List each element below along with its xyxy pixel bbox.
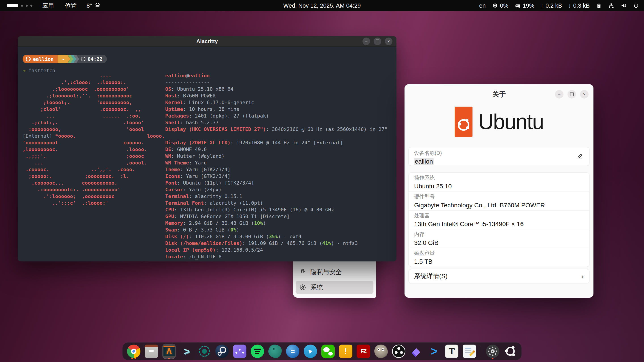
device-name-card[interactable]: 设备名称(D) eallion <box>408 147 590 166</box>
maximize-button[interactable] <box>374 37 381 45</box>
net-upload-indicator[interactable]: ↑ 0.2 kB <box>541 2 562 9</box>
detail-value: Gigabyte Technology Co., Ltd. B760M POWE… <box>414 202 584 209</box>
detail-label: 操作系统 <box>414 174 584 181</box>
maximize-button[interactable] <box>568 90 576 98</box>
terminal-line: WM: Mutter (Wayland) <box>165 153 387 160</box>
workspace-dot <box>21 5 23 7</box>
dock-item-alacritty[interactable]: Λ <box>162 343 176 359</box>
terminal-line: ... ,ooool. <box>22 160 165 166</box>
terminal-line: ;ooooo:. ;oooooooc. :l. <box>22 173 165 180</box>
detail-label: 内存 <box>414 231 584 238</box>
net-download-indicator[interactable]: ↓ 0.3 kB <box>568 2 590 9</box>
dock-item-steam[interactable] <box>215 343 229 359</box>
edit-pencil-icon[interactable] <box>577 153 584 160</box>
terminal-line: WM Theme: Yaru <box>165 160 387 166</box>
dock-item-telegram[interactable]: ► <box>303 343 318 359</box>
dock-item-dashed-circle-app[interactable] <box>197 343 212 359</box>
terminal-line <box>165 133 387 139</box>
memory-indicator[interactable]: 19% <box>515 2 534 9</box>
download-rate-label: 0.3 kB <box>573 2 590 9</box>
minimize-button[interactable]: – <box>555 90 564 98</box>
menu-applications[interactable]: 应用 <box>41 1 55 10</box>
terminal-line: CPU: 13th Gen Intel(R) Core(TM) i5-13490… <box>165 206 387 213</box>
dock-item-google-chrome[interactable] <box>126 343 141 359</box>
sidebar-item-privacy[interactable]: 隐私与安全 <box>296 266 374 279</box>
dock-item-files[interactable] <box>144 343 158 359</box>
terminal-line: Memory: 2.94 GiB / 30.43 GiB (10%) <box>165 220 387 227</box>
dock-item-dino-app[interactable] <box>268 343 282 359</box>
shell-prompt: eallion ~ 04:22 <box>22 55 107 63</box>
close-button[interactable]: × <box>385 37 392 45</box>
google-chrome-icon <box>127 345 140 358</box>
volume-indicator[interactable] <box>620 2 627 9</box>
about-detail-row: 处理器13th Gen Intel® Core™ i5-13490F × 16 <box>409 210 589 229</box>
dock-item-spotify[interactable] <box>250 343 264 359</box>
dock-item-show-apps[interactable] <box>503 343 518 359</box>
terminal-line: Icons: Yaru [GTK2/3/4] <box>165 173 387 180</box>
dock-item-obs-studio[interactable] <box>392 343 406 359</box>
prompt-time-segment: 04:22 <box>77 55 107 63</box>
terminal-line: Disk (/): 110.28 GiB / 318.00 GiB (35%) … <box>165 233 387 240</box>
dock-item-thunderbird[interactable]: ≈ <box>286 343 300 359</box>
system-details-row[interactable]: 系统详情(S) › <box>408 269 590 283</box>
dock-item-flatpak-app[interactable]: ▼ <box>232 343 247 359</box>
settings-icon <box>486 345 499 358</box>
dino-app-icon <box>268 345 282 358</box>
activities-indicator[interactable] <box>7 4 32 7</box>
terminal-titlebar[interactable]: Alacritty – × <box>18 36 396 47</box>
network-indicator[interactable] <box>608 3 614 9</box>
terminal-line: Shell: bash 5.2.37 <box>165 119 387 126</box>
terminal-line: Display (ZOWIE XL LCD): 1920x1080 @ 144 … <box>165 139 387 146</box>
terminal-line: GPU: NVIDIA GeForce GTX 1050 Ti [Discret… <box>165 213 387 220</box>
cpu-indicator[interactable]: 0% <box>492 2 508 9</box>
dock-item-text-editor[interactable] <box>462 343 476 359</box>
terminal-line: ,looooooooc. .loooo. <box>22 146 165 153</box>
clipboard-indicator[interactable] <box>596 3 602 9</box>
keyboard-layout-indicator[interactable]: en <box>479 2 486 9</box>
circle-of-friends-icon <box>458 119 469 131</box>
cpu-icon <box>492 3 498 9</box>
icon-glyph: ▼ <box>238 348 242 352</box>
arrow-app-icon: > <box>180 345 194 358</box>
dock-item-vscode[interactable]: > <box>427 343 441 359</box>
menu-places[interactable]: 位置 <box>64 1 78 10</box>
prompt-user-segment: eallion <box>22 55 58 63</box>
terminal-line: Font: Ubuntu (11pt) [GTK2/3/4] <box>165 180 387 186</box>
terminal-line: .;looooool:,''. :ooooooooooc <box>22 92 165 99</box>
terminal-line: Display (HKC OVERSEAS LIMITED 27"): 3840… <box>165 126 387 133</box>
terminal-line: Packages: 2401 (dpkg), 27 (flatpak) <box>165 113 387 119</box>
running-indicator <box>492 358 494 359</box>
dock-item-filezilla[interactable]: FZ <box>356 343 370 359</box>
weather-indicator[interactable]: 8° <box>86 2 100 9</box>
about-titlebar[interactable]: 关于 – × <box>404 84 594 104</box>
dock-item-obsidian[interactable]: ◆ <box>409 343 424 359</box>
dock-item-notes-app[interactable]: ! <box>338 343 353 359</box>
terminal-line: Theme: Yaru [GTK2/3/4] <box>165 166 387 173</box>
power-indicator[interactable] <box>633 3 639 9</box>
dock-item-settings[interactable] <box>486 343 500 359</box>
clock[interactable]: Wed, Nov 12, 2025. AM 04:29 <box>283 2 361 9</box>
dock-item-wechat[interactable] <box>321 343 335 359</box>
dock-item-gimp[interactable] <box>374 343 388 359</box>
sidebar-item-label: 隐私与安全 <box>310 268 342 276</box>
speaker-icon <box>620 2 627 9</box>
workspace-dot <box>30 5 32 7</box>
system-details-label: 系统详情(S) <box>414 272 448 281</box>
terminal-line: ;clool' .cooooooc. ,, <box>22 106 165 113</box>
typora-icon: T <box>445 345 458 358</box>
close-button[interactable]: × <box>580 90 588 98</box>
hand-icon <box>300 268 306 276</box>
sidebar-item-system[interactable]: 系统 <box>296 281 374 294</box>
device-name-label: 设备名称(D) <box>414 150 584 157</box>
upload-arrow-icon: ↑ <box>541 2 544 9</box>
memory-icon <box>515 3 521 9</box>
fastfetch-output: .... .',:clooo: .:looooo:. .;looooooooc … <box>22 72 396 261</box>
terminal-line: eallion@eallion <box>165 72 387 79</box>
terminal-body[interactable]: eallion ~ 04:22 → fastfetch .... <box>18 47 396 261</box>
minimize-button[interactable]: – <box>362 37 370 45</box>
gimp-icon <box>374 345 388 358</box>
terminal-line: Local IP (enp5s0): 192.168.0.5/24 <box>165 247 387 253</box>
terminal-line: [External] *ooooo. loooo. <box>22 133 165 139</box>
dock-item-arrow-app[interactable]: > <box>180 343 194 359</box>
dock-item-typora[interactable]: T <box>444 343 459 359</box>
